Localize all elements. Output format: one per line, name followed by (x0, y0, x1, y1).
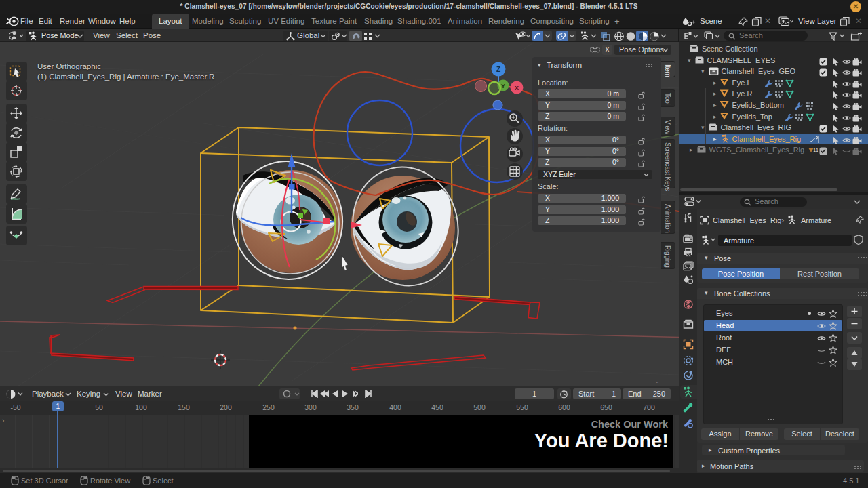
svg-text:X: X (515, 85, 519, 92)
svg-text:Z: Z (496, 66, 500, 73)
svg-text:Y: Y (501, 83, 505, 89)
svg-text:›: › (2, 417, 4, 424)
